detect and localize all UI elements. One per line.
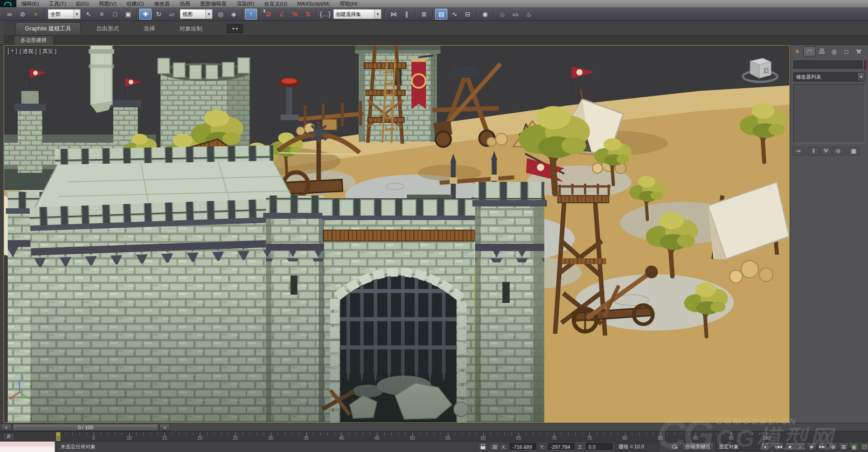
- 3dsmax-logo[interactable]: [0, 0, 16, 7]
- coord-x-field[interactable]: -716.689: [510, 443, 536, 451]
- display-tab[interactable]: □: [840, 46, 853, 56]
- remove-modifier-button[interactable]: ⊖: [832, 147, 844, 156]
- bind-to-space-warp-button[interactable]: ≈: [30, 9, 42, 20]
- create-tab[interactable]: ✳: [791, 46, 803, 56]
- pin-stack-button[interactable]: ⊸: [792, 147, 804, 156]
- unlink-selection-button[interactable]: ⊘: [16, 9, 29, 20]
- coord-z-field[interactable]: 0.0: [586, 443, 613, 451]
- curve-editor-button[interactable]: ∿: [448, 9, 461, 20]
- previous-frame-button[interactable]: ◀|: [785, 442, 795, 451]
- motion-tab[interactable]: ◎: [828, 46, 840, 56]
- select-by-name-button[interactable]: ≡: [96, 9, 108, 20]
- next-frame-button[interactable]: |▶: [807, 442, 817, 451]
- ribbon-tab[interactable]: 自由形式: [87, 23, 128, 35]
- zoom-extents-all-button[interactable]: ⊡: [860, 442, 868, 451]
- schematic-view-button[interactable]: ⊟: [462, 9, 474, 20]
- ribbon-panel-polygon-modeling[interactable]: 多边形建模: [14, 35, 54, 45]
- make-unique-button[interactable]: Ψ: [820, 147, 832, 156]
- auto-key-button[interactable]: 自动关键点: [682, 442, 714, 451]
- viewport-shading-menu[interactable]: [ 真实 ]: [40, 48, 56, 55]
- play-button[interactable]: ▷: [796, 442, 806, 451]
- object-color-swatch[interactable]: [864, 60, 866, 70]
- configure-modifier-sets-button[interactable]: ▦: [848, 147, 859, 156]
- set-key-button[interactable]: [670, 442, 678, 451]
- select-object-button[interactable]: ↖: [82, 9, 95, 20]
- ribbon-minimize-button[interactable]: ▾ ▾: [227, 24, 243, 33]
- previous-frame-arrow[interactable]: <: [1, 424, 12, 431]
- material-editor-button[interactable]: ◉: [479, 9, 491, 20]
- rendered-frame-window-button[interactable]: ▭: [509, 9, 522, 20]
- rectangular-selection-region-button[interactable]: □: [109, 9, 121, 20]
- go-to-end-button[interactable]: ▶▶|: [817, 442, 827, 451]
- snap-toggle-3d-button[interactable]: 3Ω: [262, 9, 274, 20]
- menu-item[interactable]: 编辑(E): [16, 0, 44, 8]
- named-selection-sets-dropdown[interactable]: 创建选择集 ▾: [333, 9, 381, 19]
- mirror-button[interactable]: ⋈: [387, 9, 400, 20]
- menu-item[interactable]: MAXScript(M): [292, 0, 335, 8]
- viewport-perspective[interactable]: x y z [ + ] [ 透视 ] [ 真实 ] 后: [4, 45, 790, 423]
- graphite-ribbon-toggle[interactable]: ▤: [435, 9, 447, 20]
- ribbon-tab[interactable]: Graphite 建模工具: [15, 22, 81, 35]
- modify-tab[interactable]: ◠: [803, 46, 816, 56]
- time-slider-handle[interactable]: 0 / 100: [13, 424, 158, 431]
- menu-item[interactable]: 视图(V): [94, 0, 121, 8]
- scene-castle-camp[interactable]: x y z: [4, 45, 789, 422]
- viewcube[interactable]: 后: [741, 50, 779, 85]
- select-and-rotate-button[interactable]: ↻: [152, 9, 165, 20]
- percent-snap-toggle[interactable]: %: [289, 9, 301, 20]
- absolute-mode-toggle[interactable]: ⊞: [490, 442, 500, 451]
- select-and-scale-button[interactable]: ▱: [166, 9, 178, 20]
- edit-named-selection-sets-button[interactable]: {…}: [319, 9, 331, 20]
- viewport-pov-menu[interactable]: [ 透视 ]: [20, 48, 36, 55]
- keyboard-shortcut-override-toggle[interactable]: ↑: [245, 9, 257, 20]
- angle-snap-toggle[interactable]: ∠: [275, 9, 288, 20]
- window-crossing-toggle[interactable]: ▣: [122, 9, 134, 20]
- time-slider-bar[interactable]: < 0 / 100 >: [0, 423, 868, 431]
- menu-item[interactable]: 图形编辑器: [195, 0, 232, 8]
- utilities-tab[interactable]: ⚒: [853, 46, 865, 56]
- menu-item[interactable]: 修改器: [149, 0, 175, 8]
- ribbon-panel-grip[interactable]: [0, 35, 4, 45]
- ruler-tick: [582, 432, 583, 435]
- menu-item[interactable]: 帮助(H): [335, 0, 362, 8]
- track-bar[interactable]: ⇵ 0 510152025303540455055606570758085909…: [0, 431, 868, 441]
- ribbon-tab[interactable]: 对象绘制: [170, 23, 211, 35]
- align-button[interactable]: ∥: [401, 9, 413, 20]
- ribbon-grip[interactable]: [0, 21, 4, 35]
- hierarchy-tab[interactable]: 品: [816, 46, 828, 56]
- reference-coordinate-system-dropdown[interactable]: 视图 ▾: [180, 9, 213, 19]
- timeline-ruler[interactable]: 0 51015202530354045505560657075808590951…: [0, 432, 790, 442]
- zoom-extents-button[interactable]: ▣: [849, 442, 859, 451]
- selection-lock-toggle[interactable]: [478, 442, 488, 451]
- layer-manager-button[interactable]: ≣: [418, 9, 430, 20]
- key-filter-dropdown[interactable]: 选定对象 ▾: [716, 442, 769, 451]
- zoom-all-button[interactable]: ⊞: [839, 442, 848, 451]
- menu-item[interactable]: 动画: [175, 0, 195, 8]
- coord-y-field[interactable]: -297.784: [548, 443, 574, 451]
- menu-item[interactable]: 创建(C): [121, 0, 149, 8]
- select-and-move-button[interactable]: ✚: [139, 9, 152, 20]
- menu-item[interactable]: 渲染(R): [231, 0, 259, 8]
- render-production-button[interactable]: ♨: [523, 9, 535, 20]
- menu-item[interactable]: 自定义(U): [259, 0, 292, 8]
- viewport-label[interactable]: [ + ] [ 透视 ] [ 真实 ]: [8, 48, 56, 55]
- select-and-manipulate-button[interactable]: ◈: [228, 9, 240, 20]
- modifier-stack-list[interactable]: [793, 84, 865, 143]
- selection-filter-dropdown[interactable]: 全部 ▾: [48, 9, 81, 19]
- make-unique-button-icon: Ψ: [823, 148, 828, 154]
- go-to-start-button[interactable]: |◀◀: [774, 442, 784, 451]
- show-end-result-button[interactable]: ‖: [808, 147, 819, 156]
- ribbon-tab[interactable]: 选择: [134, 23, 164, 35]
- modifier-list-dropdown[interactable]: 修改器列表 ▾: [793, 72, 865, 81]
- zoom-button[interactable]: ⊕: [828, 442, 838, 451]
- viewport-general-menu[interactable]: [ + ]: [8, 48, 17, 55]
- use-pivot-point-center-button[interactable]: ◎: [214, 9, 227, 20]
- next-frame-arrow[interactable]: >: [159, 424, 170, 431]
- menu-item[interactable]: 工具(T): [44, 0, 71, 8]
- menu-item[interactable]: 组(G): [71, 0, 94, 8]
- select-and-link-button[interactable]: ∞: [3, 9, 15, 20]
- spinner-snap-toggle[interactable]: ⇅: [302, 9, 314, 20]
- object-name-field[interactable]: [793, 60, 863, 70]
- render-setup-button[interactable]: ♨: [496, 9, 508, 20]
- maxscript-mini-listener[interactable]: [0, 442, 55, 452]
